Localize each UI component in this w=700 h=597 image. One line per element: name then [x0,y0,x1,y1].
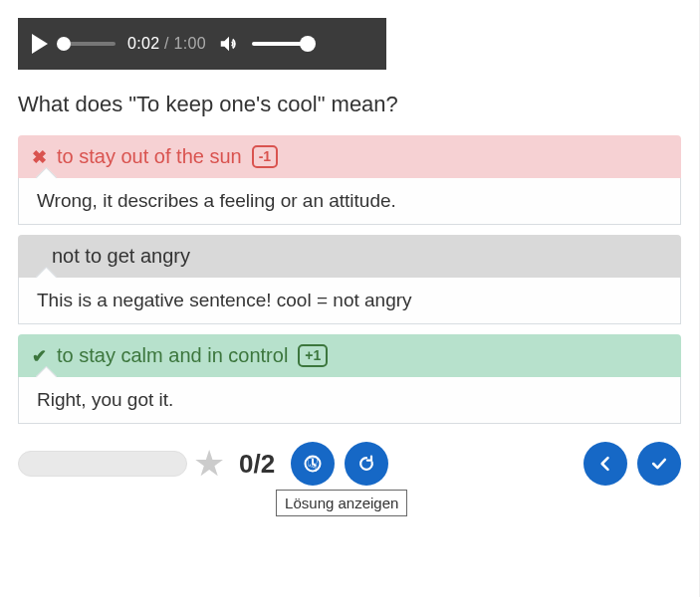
answer-option[interactable]: ✔ to stay calm and in control +1 [18,334,681,377]
footer-bar: ★ 0/2 ☟ Lösung anzeigen [18,442,681,486]
previous-button[interactable] [583,442,627,486]
seek-knob[interactable] [57,37,71,51]
answer-block-right: ✔ to stay calm and in control +1 Right, … [18,334,681,424]
volume-track[interactable] [252,42,308,46]
answer-option[interactable]: not to get angry [18,235,681,278]
time-total: 1:00 [174,35,206,52]
question-text: What does "To keep one's cool" mean? [18,92,681,117]
time-display: 0:02 / 1:00 [127,35,206,53]
answer-block-neutral: not to get angry This is a negative sent… [18,235,681,324]
star-icon: ★ [193,446,225,482]
answer-text: to stay out of the sun [57,145,242,168]
answer-option[interactable]: ✖ to stay out of the sun -1 [18,135,681,178]
score-display: 0/2 [239,449,275,480]
check-icon: ✔ [32,345,47,367]
audio-player: 0:02 / 1:00 [18,18,386,70]
tooltip: Lösung anzeigen [276,490,407,516]
feedback-text: This is a negative sentence! cool = not … [18,278,681,324]
score-badge: -1 [252,145,278,167]
quiz-panel: 0:02 / 1:00 What does "To keep one's coo… [0,0,700,597]
seek-track[interactable] [60,42,116,46]
answer-block-wrong: ✖ to stay out of the sun -1 Wrong, it de… [18,135,681,225]
answer-text: not to get angry [52,245,190,268]
volume-knob[interactable] [300,36,316,52]
play-icon[interactable] [32,34,48,54]
cross-icon: ✖ [32,146,47,168]
score-badge: +1 [298,344,328,366]
time-current: 0:02 [127,35,159,52]
answer-text: to stay calm and in control [57,344,288,367]
retry-button[interactable] [345,442,388,486]
confirm-button[interactable] [637,442,681,486]
feedback-text: Right, you got it. [18,377,681,424]
feedback-text: Wrong, it describes a feeling or an atti… [18,178,681,225]
show-solution-button[interactable]: ☟ Lösung anzeigen [291,442,335,486]
volume-icon[interactable] [218,33,240,55]
progress-pill [18,451,187,477]
time-separator: / [164,35,174,52]
